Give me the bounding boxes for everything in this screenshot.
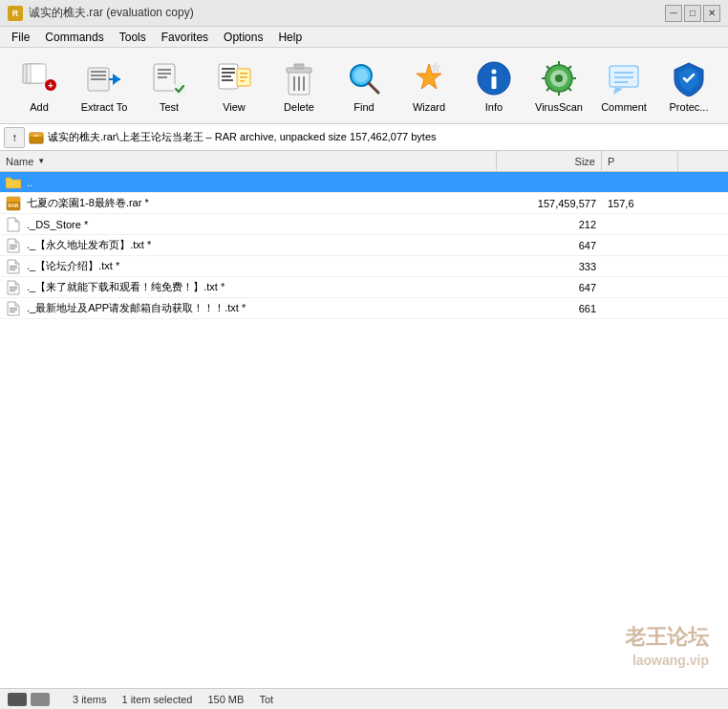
file-name-cell: ._DS_Store * (0, 214, 497, 234)
svg-rect-14 (158, 76, 167, 78)
file-packed-cell (602, 214, 678, 234)
svg-rect-71 (10, 310, 17, 311)
comment-icon (605, 59, 643, 97)
file-size-cell: 212 (497, 214, 602, 234)
table-row[interactable]: RAR 七夏の楽園1-8最終巻.rar * 157,459,577 157,6 (0, 193, 728, 214)
file-packed-cell: 157,6 (602, 193, 678, 213)
header-name[interactable]: Name ▼ (0, 151, 497, 171)
protect-label: Protec... (670, 101, 709, 113)
status-icon-1 (8, 693, 27, 706)
comment-label: Comment (601, 101, 647, 113)
menu-commands[interactable]: Commands (37, 29, 111, 46)
file-name-cell: RAR 七夏の楽園1-8最終巻.rar * (0, 193, 497, 213)
status-size: 150 MB (207, 694, 244, 705)
folder-up-icon (6, 175, 21, 190)
table-row[interactable]: ._【论坛介绍】.txt * 333 (0, 256, 728, 277)
find-label: Find (353, 101, 374, 113)
svg-rect-24 (240, 80, 245, 82)
svg-text:+: + (48, 80, 54, 91)
info-label: Info (485, 101, 503, 113)
svg-marker-51 (613, 87, 623, 95)
wizard-button[interactable]: Wizard (397, 52, 460, 120)
add-icon: + (20, 59, 58, 97)
svg-rect-7 (91, 75, 106, 76)
txt-icon (6, 238, 21, 253)
table-row[interactable]: ._【来了就能下载和观看！纯免费！】.txt * 647 (0, 277, 728, 298)
svg-point-37 (492, 69, 497, 74)
file-name-cell: ._【来了就能下载和观看！纯免费！】.txt * (0, 277, 497, 297)
svg-rect-18 (222, 72, 235, 74)
menu-file[interactable]: File (4, 29, 37, 46)
menu-favorites[interactable]: Favorites (154, 29, 216, 46)
view-button[interactable]: View (203, 52, 266, 120)
svg-rect-69 (10, 290, 15, 291)
file-list-container: Name ▼ Size P .. (0, 151, 728, 688)
menu-tools[interactable]: Tools (112, 29, 154, 46)
svg-rect-38 (492, 76, 497, 89)
status-selected: 1 item selected (121, 694, 192, 705)
table-row[interactable]: ._最新地址及APP请发邮箱自动获取！！！.txt * 661 (0, 298, 728, 319)
add-button[interactable]: + Add (8, 52, 71, 120)
file-size-cell: 661 (497, 298, 602, 318)
archive-icon (29, 130, 44, 145)
test-icon (150, 59, 188, 97)
svg-rect-63 (10, 248, 15, 249)
file-size-cell (497, 172, 602, 192)
status-bar: 3 items 1 item selected 150 MB Tot (0, 688, 728, 709)
svg-rect-66 (10, 269, 15, 270)
table-row[interactable]: .. (0, 172, 728, 193)
menu-bar: File Commands Tools Favorites Options He… (0, 27, 728, 48)
wizard-icon (410, 59, 448, 97)
svg-rect-57 (33, 135, 39, 137)
status-total: Tot (259, 694, 273, 705)
delete-button[interactable]: Delete (268, 52, 331, 120)
svg-rect-64 (10, 266, 17, 267)
app-icon: R (8, 6, 23, 21)
file-size-cell: 647 (497, 277, 602, 297)
svg-rect-61 (10, 245, 17, 246)
file-size-cell: 647 (497, 235, 602, 255)
window-controls: ─ □ ✕ (665, 5, 720, 22)
file-packed-cell (602, 256, 678, 276)
svg-rect-8 (91, 78, 106, 80)
delete-icon (280, 59, 318, 97)
address-bar: ↑ 诚实的樵夫.rar\上老王论坛当老王 – RAR archive, unpa… (0, 124, 728, 151)
maximize-button[interactable]: □ (684, 5, 701, 22)
svg-rect-19 (222, 75, 231, 77)
virusscan-button[interactable]: VirusScan (527, 52, 590, 120)
file-packed-cell (602, 298, 678, 318)
extract-label: Extract To (81, 101, 128, 113)
svg-rect-59 (7, 197, 20, 202)
extract-button[interactable]: Extract To (73, 52, 136, 120)
svg-rect-12 (158, 69, 171, 71)
minimize-button[interactable]: ─ (665, 5, 682, 22)
toolbar: + Add Extract To (0, 48, 728, 124)
svg-point-32 (354, 69, 368, 82)
svg-rect-52 (614, 72, 633, 74)
table-row[interactable]: ._DS_Store * 212 (0, 214, 728, 235)
svg-line-33 (369, 83, 378, 93)
file-list: .. RAR 七夏の楽園1-8最終巻.rar * (0, 172, 728, 688)
nav-up-button[interactable]: ↑ (4, 127, 25, 148)
header-size[interactable]: Size (497, 151, 602, 171)
find-button[interactable]: Find (332, 52, 396, 120)
close-button[interactable]: ✕ (703, 5, 720, 22)
txt-icon (6, 259, 21, 274)
header-packed[interactable]: P (602, 151, 678, 171)
comment-button[interactable]: Comment (592, 52, 655, 120)
info-button[interactable]: Info (462, 52, 525, 120)
address-path: 诚实的樵夫.rar\上老王论坛当老王 – RAR archive, unpack… (48, 130, 724, 144)
menu-help[interactable]: Help (270, 29, 310, 46)
file-name-cell: ._【论坛介绍】.txt * (0, 256, 497, 276)
protect-button[interactable]: Protec... (657, 52, 720, 120)
status-items: 3 items (73, 694, 106, 705)
svg-rect-22 (240, 73, 247, 75)
svg-rect-2 (31, 64, 46, 83)
file-icon (6, 217, 21, 232)
test-button[interactable]: Test (138, 52, 201, 120)
svg-line-49 (568, 88, 571, 91)
extract-icon (85, 59, 123, 97)
menu-options[interactable]: Options (216, 29, 270, 46)
table-row[interactable]: ._【永久地址发布页】.txt * 647 (0, 235, 728, 256)
svg-point-41 (555, 75, 563, 82)
